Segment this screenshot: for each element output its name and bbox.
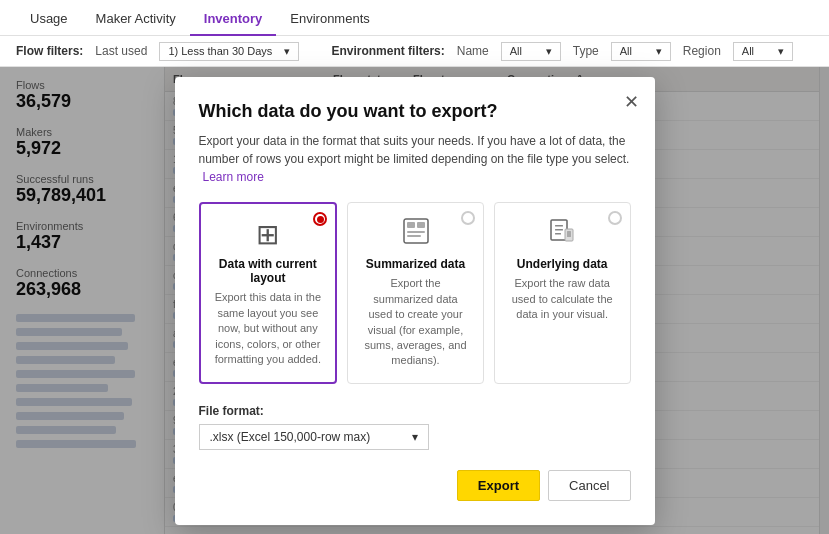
close-button[interactable]: ✕ bbox=[624, 93, 639, 111]
option-summarized-desc: Export the summarized data used to creat… bbox=[360, 276, 471, 368]
dialog-description: Export your data in the format that suit… bbox=[199, 132, 631, 186]
option-current-layout[interactable]: ⊞ Data with current layout Export this d… bbox=[199, 202, 338, 383]
flow-filters-label: Flow filters: bbox=[16, 44, 83, 58]
radio-current bbox=[313, 212, 327, 226]
svg-rect-6 bbox=[555, 225, 563, 227]
filter-bars: Flow filters: Last used 1) Less than 30 … bbox=[0, 36, 829, 67]
env-filters-label: Environment filters: bbox=[331, 44, 444, 58]
svg-rect-10 bbox=[567, 231, 571, 237]
svg-rect-2 bbox=[417, 222, 425, 228]
option-underlying-icon bbox=[507, 217, 618, 251]
svg-rect-4 bbox=[407, 235, 421, 237]
option-summarized[interactable]: Summarized data Export the summarized da… bbox=[347, 202, 484, 383]
learn-more-link[interactable]: Learn more bbox=[203, 170, 264, 184]
tab-environments[interactable]: Environments bbox=[276, 3, 383, 36]
export-options: ⊞ Data with current layout Export this d… bbox=[199, 202, 631, 383]
tab-usage[interactable]: Usage bbox=[16, 3, 82, 36]
option-underlying[interactable]: Underlying data Export the raw data used… bbox=[494, 202, 631, 383]
tab-inventory[interactable]: Inventory bbox=[190, 3, 277, 36]
top-nav: Usage Maker Activity Inventory Environme… bbox=[0, 0, 829, 36]
option-current-icon: ⊞ bbox=[213, 218, 324, 251]
chevron-down-icon: ▾ bbox=[412, 430, 418, 444]
option-summarized-icon bbox=[360, 217, 471, 251]
svg-rect-8 bbox=[555, 233, 561, 235]
last-used-label: Last used bbox=[95, 44, 147, 58]
region-dropdown[interactable]: All▾ bbox=[733, 42, 793, 61]
file-format-dropdown[interactable]: .xlsx (Excel 150,000-row max) ▾ bbox=[199, 424, 429, 450]
radio-underlying bbox=[608, 211, 622, 225]
last-used-dropdown[interactable]: 1) Less than 30 Days ▾ bbox=[159, 42, 299, 61]
name-dropdown[interactable]: All▾ bbox=[501, 42, 561, 61]
tab-maker-activity[interactable]: Maker Activity bbox=[82, 3, 190, 36]
modal-overlay: Which data do you want to export? ✕ Expo… bbox=[0, 67, 829, 534]
dialog-title: Which data do you want to export? bbox=[199, 101, 631, 122]
main-area: Flows 36,579 Makers 5,972 Successful run… bbox=[0, 67, 829, 534]
svg-rect-3 bbox=[407, 231, 425, 233]
type-dropdown[interactable]: All▾ bbox=[611, 42, 671, 61]
file-format-section: File format: .xlsx (Excel 150,000-row ma… bbox=[199, 404, 631, 450]
svg-rect-1 bbox=[407, 222, 415, 228]
radio-summarized bbox=[461, 211, 475, 225]
dialog-actions: Export Cancel bbox=[199, 470, 631, 501]
file-format-label: File format: bbox=[199, 404, 631, 418]
type-label: Type bbox=[573, 44, 599, 58]
export-dialog: Which data do you want to export? ✕ Expo… bbox=[175, 77, 655, 524]
cancel-button[interactable]: Cancel bbox=[548, 470, 630, 501]
option-summarized-title: Summarized data bbox=[360, 257, 471, 271]
svg-rect-7 bbox=[555, 229, 563, 231]
region-label: Region bbox=[683, 44, 721, 58]
option-current-desc: Export this data in the same layout you … bbox=[213, 290, 324, 367]
option-current-title: Data with current layout bbox=[213, 257, 324, 285]
option-underlying-title: Underlying data bbox=[507, 257, 618, 271]
export-button[interactable]: Export bbox=[457, 470, 540, 501]
name-label: Name bbox=[457, 44, 489, 58]
option-underlying-desc: Export the raw data used to calculate th… bbox=[507, 276, 618, 322]
